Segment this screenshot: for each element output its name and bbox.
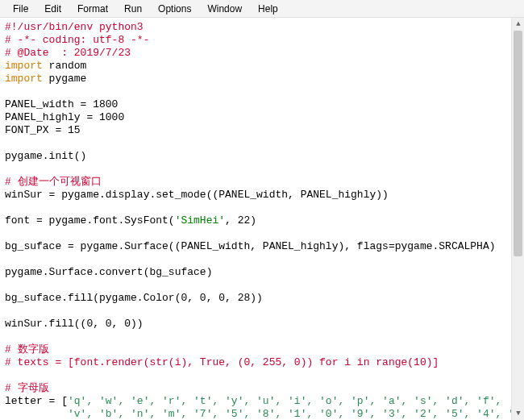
string-literal: 'q', 'w', 'e', 'r', 't', 'y', 'u', 'i', … <box>68 395 501 407</box>
keyword-import: import <box>5 60 43 72</box>
vertical-scrollbar[interactable] <box>511 18 524 420</box>
menubar: File Edit Format Run Options Window Help <box>0 0 524 18</box>
string-literal: 'SimHei' <box>175 214 225 227</box>
code-line: # -*- coding: utf-8 -*- <box>5 34 149 46</box>
code-line: #!/usr/bin/env python3 <box>5 21 143 33</box>
code-text: pygame <box>43 73 87 85</box>
menu-run[interactable]: Run <box>116 2 150 16</box>
menu-edit[interactable]: Edit <box>36 2 69 16</box>
menu-window[interactable]: Window <box>199 2 250 16</box>
code-line: PANEL_width = 1800 <box>5 98 118 110</box>
comment-line: # 数字版 <box>5 343 49 356</box>
code-text: letter = [ <box>5 395 68 407</box>
menu-file[interactable]: File <box>5 2 36 16</box>
code-line: bg_suface.fill(pygame.Color(0, 0, 0, 28)… <box>5 292 263 304</box>
menu-options[interactable]: Options <box>150 2 199 16</box>
code-text: font = pygame.font.SysFont( <box>5 214 175 227</box>
editor-wrap: #!/usr/bin/env python3 # -*- coding: utf… <box>0 18 524 420</box>
code-line: PANEL_highly = 1000 <box>5 111 124 123</box>
code-line: FONT_PX = 15 <box>5 124 81 136</box>
comment-line: # 创建一个可视窗口 <box>5 176 102 188</box>
comment-line: # 字母版 <box>5 382 49 394</box>
string-literal: 'v', 'b', 'n', 'm', '7', '5', '8', '1', … <box>5 408 524 420</box>
scroll-down-icon[interactable] <box>512 407 524 420</box>
code-editor[interactable]: #!/usr/bin/env python3 # -*- coding: utf… <box>0 18 524 420</box>
menu-format[interactable]: Format <box>69 2 116 16</box>
menu-help[interactable]: Help <box>250 2 286 16</box>
comment-line: # texts = [font.render(str(i), True, (0,… <box>5 356 439 368</box>
keyword-import: import <box>5 73 43 85</box>
code-text: , 22) <box>225 214 256 227</box>
scroll-up-icon[interactable] <box>512 18 524 31</box>
scroll-thumb[interactable] <box>514 31 522 256</box>
code-text: random <box>43 60 87 72</box>
code-line: # @Date : 2019/7/23 <box>5 47 131 59</box>
code-line: winSur = pygame.display.set_mode((PANEL_… <box>5 189 389 201</box>
code-line: pygame.Surface.convert(bg_suface) <box>5 266 212 278</box>
scroll-track[interactable] <box>512 31 524 407</box>
code-line: winSur.fill((0, 0, 0)) <box>5 318 143 330</box>
code-line: bg_suface = pygame.Surface((PANEL_width,… <box>5 240 496 252</box>
code-line: pygame.init() <box>5 150 86 162</box>
